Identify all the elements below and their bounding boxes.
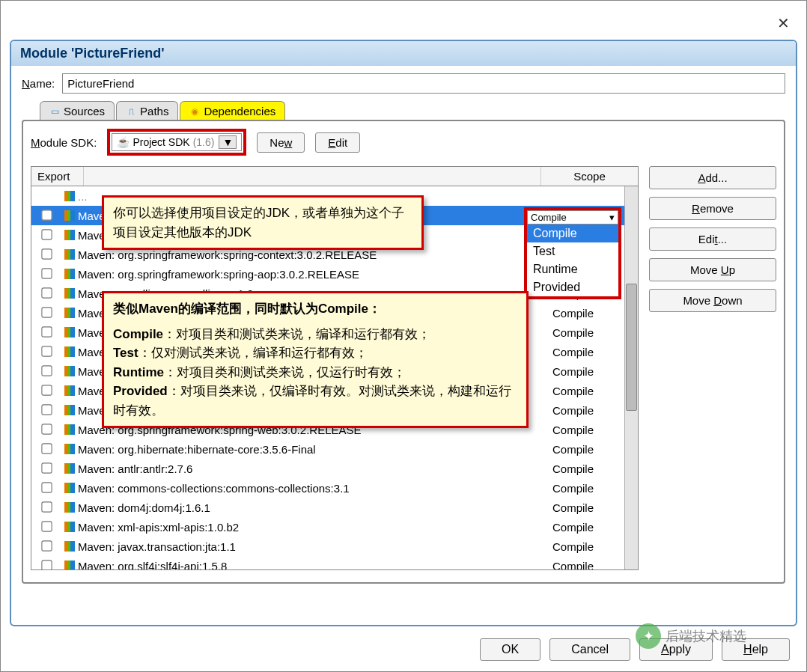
sdk-combo[interactable]: ☕ Project SDK (1.6) ▼ bbox=[112, 133, 242, 151]
col-export[interactable]: Export bbox=[31, 167, 84, 186]
side-buttons: Add... Remove Edit... Move Up Move Down bbox=[649, 166, 776, 570]
panel-title: Module 'PictureFriend' bbox=[11, 41, 796, 66]
edit-sdk-button[interactable]: Edit bbox=[315, 132, 360, 153]
scope-option-test[interactable]: Test bbox=[527, 242, 618, 260]
sdk-icon: ☕ bbox=[117, 136, 130, 148]
dep-name: Maven: org.springframework:spring-aop:3.… bbox=[78, 268, 548, 281]
library-icon bbox=[61, 483, 78, 493]
table-row[interactable]: Maven: commons-collections:commons-colle… bbox=[31, 478, 638, 498]
tab-label: Paths bbox=[140, 105, 168, 117]
sdk-version: (1.6) bbox=[193, 136, 215, 148]
library-icon bbox=[61, 308, 78, 318]
library-icon bbox=[61, 366, 78, 376]
table-row[interactable]: Maven: org.hibernate:hibernate-core:3.5.… bbox=[31, 439, 638, 459]
chevron-down-icon[interactable]: ▼ bbox=[219, 135, 237, 149]
dep-name: Maven: dom4j:dom4j:1.6.1 bbox=[78, 501, 548, 514]
watermark: ✦ 后端技术精选 bbox=[636, 623, 746, 649]
library-icon bbox=[61, 444, 78, 454]
library-icon bbox=[61, 502, 78, 513]
dep-name: Maven: org.slf4j:slf4j-api:1.5.8 bbox=[78, 560, 548, 570]
cancel-button[interactable]: Cancel bbox=[549, 638, 630, 661]
move-down-button[interactable]: Move Down bbox=[649, 289, 776, 312]
export-checkbox[interactable] bbox=[31, 404, 61, 417]
sdk-label: Module SDK: bbox=[31, 136, 97, 149]
library-icon bbox=[61, 346, 78, 357]
export-checkbox[interactable] bbox=[31, 365, 61, 378]
table-row[interactable]: Maven: antlr:antlr:2.7.6Compile▼ bbox=[31, 459, 638, 478]
export-checkbox[interactable] bbox=[31, 462, 61, 475]
export-checkbox[interactable] bbox=[31, 521, 61, 534]
edit-dep-button[interactable]: Edit... bbox=[649, 227, 776, 251]
annotation-sdk: 你可以选择使用项目设定的JDK，或者单独为这个子项目设定其他版本的JDK bbox=[102, 195, 424, 250]
new-sdk-button[interactable]: New bbox=[257, 132, 305, 153]
col-scope[interactable]: Scope bbox=[540, 167, 638, 186]
export-checkbox[interactable] bbox=[31, 307, 61, 320]
tab-label: Sources bbox=[64, 105, 105, 117]
sdk-value: Project SDK bbox=[133, 136, 189, 148]
table-row[interactable]: Maven: org.slf4j:slf4j-api:1.5.8Compile▼ bbox=[31, 556, 638, 569]
tab-label: Dependencies bbox=[204, 105, 275, 117]
dep-name: Maven: org.springframework:spring-contex… bbox=[78, 248, 548, 261]
sources-icon: ▭ bbox=[49, 106, 60, 117]
tab-paths[interactable]: ⎍ Paths bbox=[116, 101, 178, 120]
deps-icon: ◉ bbox=[189, 106, 200, 117]
close-icon[interactable]: ✕ bbox=[777, 14, 790, 32]
scope-selected[interactable]: Compile▾ bbox=[527, 210, 618, 224]
table-row[interactable]: Maven: xml-apis:xml-apis:1.0.b2Compile▼ bbox=[31, 517, 638, 537]
library-icon bbox=[61, 288, 78, 299]
library-icon bbox=[61, 522, 78, 532]
export-checkbox[interactable] bbox=[31, 482, 61, 495]
export-checkbox[interactable] bbox=[31, 424, 61, 436]
library-icon bbox=[61, 385, 78, 396]
export-checkbox[interactable] bbox=[31, 501, 61, 514]
table-row[interactable]: Maven: dom4j:dom4j:1.6.1Compile▼ bbox=[31, 498, 638, 517]
scrollbar[interactable] bbox=[624, 186, 638, 569]
annotation-scope: 类似Maven的编译范围，同时默认为Compile： Compile：对项目类和… bbox=[102, 291, 529, 428]
table-header: Export Scope bbox=[31, 167, 638, 186]
export-checkbox[interactable] bbox=[31, 229, 61, 242]
paths-icon: ⎍ bbox=[126, 106, 136, 117]
library-icon bbox=[61, 269, 78, 279]
tab-dependencies[interactable]: ◉ Dependencies bbox=[180, 101, 285, 120]
sdk-combo-highlight: ☕ Project SDK (1.6) ▼ bbox=[107, 129, 246, 156]
export-checkbox[interactable] bbox=[31, 248, 61, 261]
remove-button[interactable]: Remove bbox=[649, 197, 776, 220]
col-name[interactable] bbox=[84, 167, 540, 186]
scope-dropdown: Compile▾ Compile Test Runtime Provided bbox=[524, 207, 621, 299]
dep-name: Maven: org.hibernate:hibernate-core:3.5.… bbox=[78, 443, 548, 456]
library-icon bbox=[61, 560, 78, 569]
library-icon bbox=[61, 249, 78, 260]
export-checkbox[interactable] bbox=[31, 346, 61, 358]
library-icon bbox=[61, 463, 78, 474]
scope-option-compile[interactable]: Compile bbox=[527, 224, 618, 242]
export-checkbox[interactable] bbox=[31, 560, 61, 570]
library-icon bbox=[61, 210, 78, 221]
scope-option-provided[interactable]: Provided bbox=[527, 278, 618, 296]
tab-bar: ▭ Sources ⎍ Paths ◉ Dependencies bbox=[40, 101, 785, 120]
table-row[interactable]: Maven: javax.transaction:jta:1.1Compile▼ bbox=[31, 537, 638, 556]
move-up-button[interactable]: Move Up bbox=[649, 258, 776, 281]
export-checkbox[interactable] bbox=[31, 326, 61, 339]
library-icon bbox=[61, 541, 78, 552]
dep-name: Maven: xml-apis:xml-apis:1.0.b2 bbox=[78, 521, 548, 534]
scroll-thumb[interactable] bbox=[626, 284, 637, 411]
add-button[interactable]: Add... bbox=[649, 166, 776, 189]
export-checkbox[interactable] bbox=[31, 210, 61, 222]
name-label: Name: bbox=[22, 77, 55, 90]
scope-option-runtime[interactable]: Runtime bbox=[527, 260, 618, 278]
export-checkbox[interactable] bbox=[31, 287, 61, 300]
export-checkbox[interactable] bbox=[31, 268, 61, 281]
export-checkbox[interactable] bbox=[31, 540, 61, 553]
module-name-input[interactable] bbox=[62, 73, 785, 94]
export-checkbox[interactable] bbox=[31, 385, 61, 397]
wechat-icon: ✦ bbox=[636, 623, 661, 649]
library-icon bbox=[61, 230, 78, 240]
dep-name: Maven: javax.transaction:jta:1.1 bbox=[78, 540, 548, 553]
dep-name: Maven: commons-collections:commons-colle… bbox=[78, 482, 548, 495]
library-icon bbox=[61, 424, 78, 435]
ok-button[interactable]: OK bbox=[480, 638, 540, 661]
tab-sources[interactable]: ▭ Sources bbox=[40, 101, 115, 120]
dep-name: Maven: antlr:antlr:2.7.6 bbox=[78, 462, 548, 475]
library-icon bbox=[61, 327, 78, 337]
export-checkbox[interactable] bbox=[31, 443, 61, 456]
